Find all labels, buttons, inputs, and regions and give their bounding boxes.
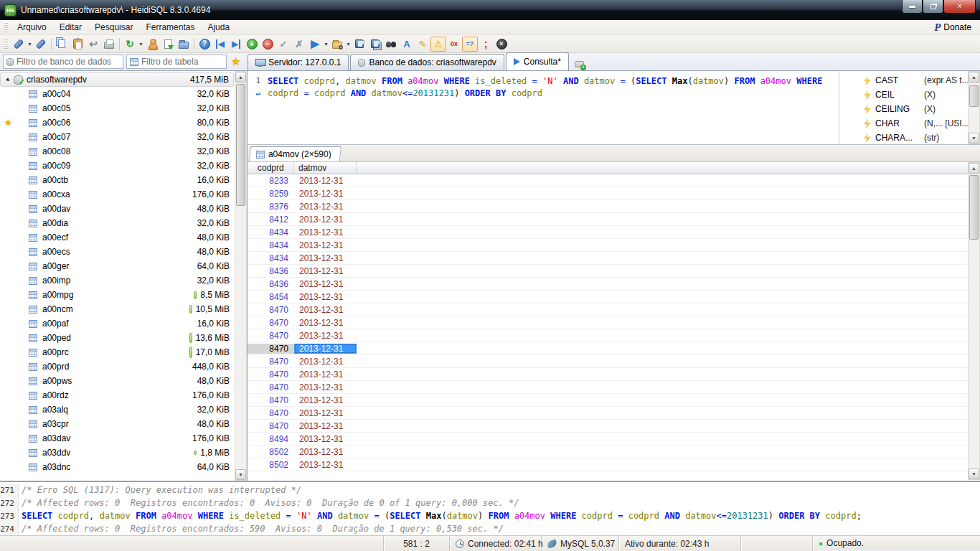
column-header-codprd[interactable]: codprd xyxy=(248,162,294,174)
menu-ajuda[interactable]: Ajuda xyxy=(201,21,236,34)
tree-item-table[interactable]: a03alq32,0 KiB xyxy=(0,402,234,417)
copy-button[interactable] xyxy=(54,37,70,52)
table-row[interactable]: 84122013-12-31 xyxy=(248,213,980,226)
load-sql-button[interactable] xyxy=(329,37,345,52)
paste-button[interactable] xyxy=(70,37,85,52)
tree-scrollbar[interactable]: ▲ ▼ xyxy=(235,71,247,481)
cell-datmov[interactable]: 2013-12-31 xyxy=(294,447,357,457)
tree-item-table[interactable]: a00pws48,0 KiB xyxy=(0,374,234,388)
tree-item-table[interactable]: a00c0832,0 KiB xyxy=(0,144,234,159)
menu-arquivo[interactable]: Arquivo xyxy=(11,21,53,34)
function-list-item[interactable]: CEIL(X) xyxy=(839,88,980,102)
tree-root-database[interactable]: ▼ ✓ criasoftwarepdv 417,5 MiB xyxy=(0,72,234,87)
cell-datmov[interactable]: 2013-12-31 xyxy=(294,292,357,302)
table-row[interactable]: 84702013-12-31 xyxy=(248,303,980,316)
cell-codprd[interactable]: 8470 xyxy=(248,382,294,392)
menu-pesquisar[interactable]: Pesquisar xyxy=(88,21,139,34)
first-row-button[interactable]: ◀ xyxy=(212,37,228,52)
cell-codprd[interactable]: 8454 xyxy=(248,292,294,302)
cell-datmov[interactable]: 2013-12-31 xyxy=(294,176,357,186)
cell-codprd[interactable]: 8233 xyxy=(248,176,294,186)
tab-server[interactable]: Servidor: 127.0.0.1 xyxy=(248,54,349,70)
tree-item-table[interactable]: a00ecf48,0 KiB xyxy=(0,230,234,245)
table-row[interactable]: 84542013-12-31 xyxy=(248,291,980,303)
tree-item-table[interactable]: a03dnc64,0 KiB xyxy=(0,460,234,474)
tree-item-table[interactable]: a00dia32,0 KiB xyxy=(0,216,234,230)
table-row[interactable]: 84702013-12-31 xyxy=(248,407,980,420)
tree-item-table[interactable]: a00prd448,0 KiB xyxy=(0,359,234,374)
copy-data-button[interactable] xyxy=(176,37,192,52)
cell-codprd[interactable]: 8470 xyxy=(248,305,294,315)
warnings-toggle-button[interactable]: ⚠ xyxy=(430,37,446,52)
cell-datmov[interactable]: 2013-12-31 xyxy=(294,331,357,341)
cell-datmov[interactable]: 2013-12-31 xyxy=(294,434,357,444)
save-snippet-button[interactable] xyxy=(367,37,383,52)
table-row[interactable]: 83762013-12-31 xyxy=(248,200,980,213)
tree-item-table[interactable]: a03dav176,0 KiB xyxy=(0,431,234,446)
cell-codprd[interactable]: 8494 xyxy=(248,434,294,444)
tree-item-table[interactable]: a00c0932,0 KiB xyxy=(0,159,234,173)
function-list-item[interactable]: CHAR(N,... [USI... xyxy=(839,116,980,131)
tree-item-table[interactable]: a03cpr48,0 KiB xyxy=(0,417,234,431)
tab-database[interactable]: Banco de dados: criasoftwarepdv xyxy=(350,54,504,70)
sql-editor[interactable]: 1SELECT codprd, datmov FROM a04mov WHERE… xyxy=(248,71,839,144)
cell-datmov[interactable]: 2013-12-31 xyxy=(294,382,357,392)
donate-link[interactable]: P Donate xyxy=(934,22,980,34)
last-row-button[interactable]: ▶ xyxy=(228,37,244,52)
cell-codprd[interactable]: 8470 xyxy=(248,421,294,431)
tree-item-table[interactable]: a00ctb16,0 KiB xyxy=(0,173,234,187)
tree-item-table[interactable]: a00c0532,0 KiB xyxy=(0,101,234,116)
cell-datmov[interactable]: 2013-12-31 xyxy=(294,189,357,199)
cell-codprd[interactable]: 8434 xyxy=(248,253,294,263)
expander-icon[interactable]: ▼ xyxy=(3,75,14,85)
help-button[interactable]: ? xyxy=(197,37,212,52)
table-row[interactable]: 84342013-12-31 xyxy=(248,252,980,265)
tree-item-table[interactable]: a03ddv1,8 MiB xyxy=(0,446,234,460)
save-sql-button[interactable] xyxy=(352,37,367,52)
restore-button[interactable] xyxy=(923,0,943,14)
table-row[interactable]: 84342013-12-31 xyxy=(248,226,980,239)
menu-editar[interactable]: Editar xyxy=(53,21,88,34)
table-row[interactable]: 84362013-12-31 xyxy=(248,278,980,291)
cell-datmov[interactable]: 2013-12-31 xyxy=(294,266,357,276)
cell-datmov[interactable]: 2013-12-31 xyxy=(294,240,357,250)
functions-scrollbar[interactable]: ▲ ▼ xyxy=(968,71,980,144)
tree-item-table[interactable]: a00mpg8,5 MiB xyxy=(0,288,234,302)
cell-codprd[interactable]: 8436 xyxy=(248,279,294,289)
table-row[interactable]: 84702013-12-31 xyxy=(248,394,980,407)
cell-datmov[interactable]: 2013-12-31 xyxy=(294,344,357,354)
table-row[interactable]: 82332013-12-31 xyxy=(248,174,980,187)
cell-datmov[interactable]: 2013-12-31 xyxy=(294,215,357,225)
table-row[interactable]: 85022013-12-31 xyxy=(248,446,980,458)
tree-item-table[interactable]: a00dav48,0 KiB xyxy=(0,202,234,216)
tab-query[interactable]: Consulta* xyxy=(506,52,569,70)
scroll-up-icon[interactable]: ▲ xyxy=(969,163,979,174)
tree-item-table[interactable]: a00ecs48,0 KiB xyxy=(0,245,234,259)
table-row[interactable]: 84702013-12-31 xyxy=(248,368,980,381)
tree-item-table[interactable]: a00c0732,0 KiB xyxy=(0,130,234,144)
cell-datmov[interactable]: 2013-12-31 xyxy=(294,279,357,289)
result-grid[interactable]: codprd datmov 82332013-12-3182592013-12-… xyxy=(248,162,980,481)
cell-codprd[interactable]: 8470 xyxy=(248,357,294,367)
tree-item-table[interactable]: a00cxa176,0 KiB xyxy=(0,187,234,202)
delimiter-button[interactable]: ; xyxy=(478,37,494,52)
scroll-down-icon[interactable]: ▼ xyxy=(969,133,979,143)
export-database-button[interactable] xyxy=(160,37,176,52)
column-header-datmov[interactable]: datmov xyxy=(294,162,357,174)
tree-item-table[interactable]: a00ncm10,5 MiB xyxy=(0,302,234,316)
post-changes-button[interactable]: ✓ xyxy=(275,37,291,52)
table-row[interactable]: 84702013-12-31 xyxy=(248,381,980,394)
cell-codprd[interactable]: 8434 xyxy=(248,227,294,237)
user-manager-button[interactable] xyxy=(144,37,160,52)
scrollbar-thumb[interactable] xyxy=(236,84,245,206)
new-query-tab-button[interactable] xyxy=(575,61,584,67)
tree-item-table[interactable]: ★a00c0680,0 KiB xyxy=(0,116,234,130)
cell-codprd[interactable]: 8376 xyxy=(248,202,294,212)
table-row[interactable]: 84342013-12-31 xyxy=(248,239,980,252)
function-list-item[interactable]: CAST(expr AS t... xyxy=(839,73,980,88)
find-button[interactable] xyxy=(383,37,399,52)
tree-item-table[interactable]: a00ger64,0 KiB xyxy=(0,259,234,273)
cell-codprd[interactable]: 8434 xyxy=(248,240,294,250)
discard-changes-button[interactable]: ✗ xyxy=(291,37,307,52)
scroll-down-icon[interactable]: ▼ xyxy=(969,468,979,479)
